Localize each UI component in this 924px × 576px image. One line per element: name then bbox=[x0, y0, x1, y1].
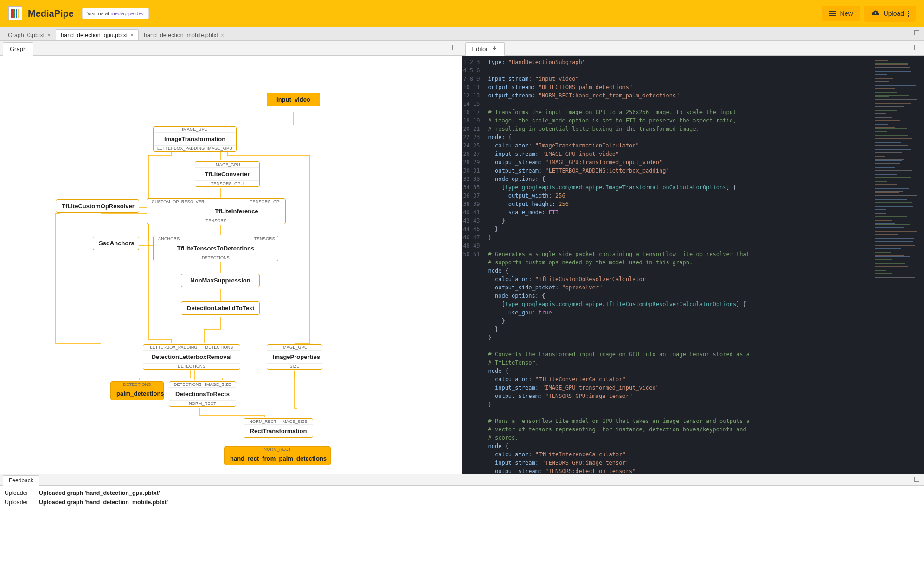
node-non-max-suppression[interactable]: NonMaxSuppression bbox=[181, 274, 260, 287]
maximize-icon[interactable] bbox=[914, 477, 919, 482]
node-title: RectTransformation bbox=[244, 425, 313, 437]
feedback-source: Uploader bbox=[5, 499, 32, 506]
port-label: SIZE bbox=[290, 364, 300, 369]
main-split: Graph bbox=[0, 41, 924, 474]
node-image-transformation[interactable]: IMAGE_GPU ImageTransformation LETTERBOX_… bbox=[153, 126, 237, 152]
port-label: DETECTIONS bbox=[205, 345, 233, 350]
port-label: TENSORS bbox=[254, 237, 275, 241]
node-title: ImageTransformation bbox=[154, 133, 236, 145]
node-detection-label-id[interactable]: DetectionLabelIdToText bbox=[181, 301, 260, 315]
line-gutter: 1 2 3 4 5 6 7 8 9 10 11 12 13 14 15 16 1… bbox=[462, 56, 484, 474]
node-image-properties[interactable]: IMAGE_GPU ImageProperties SIZE bbox=[267, 344, 322, 370]
graph-edges bbox=[0, 56, 462, 474]
code-editor[interactable]: 1 2 3 4 5 6 7 8 9 10 11 12 13 14 15 16 1… bbox=[462, 56, 924, 474]
download-icon[interactable] bbox=[491, 46, 498, 52]
node-tensors-to-detections[interactable]: ANCHORSTENSORS TfLiteTensorsToDetections… bbox=[153, 236, 278, 261]
port-label: TENSORS_GPU bbox=[250, 199, 282, 204]
port-label: LETTERBOX_PADDING bbox=[157, 146, 205, 151]
port-label: IMAGE_SIZE bbox=[282, 419, 308, 424]
graph-tab[interactable]: Graph bbox=[3, 42, 33, 56]
node-tflite-inference[interactable]: CUSTOM_OP_RESOLVERTENSORS_GPU TfLiteInfe… bbox=[147, 198, 286, 224]
node-hand-rect[interactable]: NORM_RECT hand_rect_from_palm_detections bbox=[224, 446, 331, 465]
node-rect-transformation[interactable]: NORM_RECTIMAGE_SIZE RectTransformation bbox=[244, 418, 313, 438]
port-label: NORM_RECT bbox=[189, 401, 216, 406]
feedback-row: Uploader Uploaded graph 'hand_detection_… bbox=[5, 498, 919, 507]
editor-panel: Editor 1 2 3 4 5 6 7 8 9 10 11 12 13 14 … bbox=[462, 41, 924, 474]
node-title: input_video bbox=[267, 93, 320, 106]
port-label: NORM_RECT bbox=[264, 447, 291, 452]
port-label: NORM_RECT bbox=[249, 419, 276, 424]
visit-link-pill[interactable]: Visit us at mediapipe.dev bbox=[82, 8, 149, 19]
node-title: TfLiteTensorsToDetections bbox=[154, 242, 278, 255]
graph-panel-tabs: Graph bbox=[0, 41, 462, 56]
menu-icon bbox=[829, 11, 836, 16]
maximize-icon[interactable] bbox=[914, 45, 919, 50]
node-title: ImageProperties bbox=[267, 351, 322, 363]
port-label: IMAGE_GPU bbox=[282, 345, 307, 350]
editor-panel-tabs: Editor bbox=[462, 41, 924, 56]
file-tab-hand-mobile[interactable]: hand_detection_mobile.pbtxt × bbox=[139, 29, 229, 40]
node-title: TfLiteInference bbox=[147, 205, 285, 218]
code-content[interactable]: type: "HandDetectionSubgraph" input_stre… bbox=[484, 56, 873, 474]
feedback-tab-label: Feedback bbox=[9, 477, 33, 484]
node-title: DetectionLetterboxRemoval bbox=[143, 351, 240, 363]
port-label: IMAGE_SIZE bbox=[205, 382, 231, 387]
feedback-body: Uploader Uploaded graph 'hand_detection_… bbox=[0, 486, 924, 576]
port-label: DETECTIONS bbox=[123, 382, 151, 387]
node-title: TfLiteCustomOpResolver bbox=[56, 200, 139, 212]
app-title: MediaPipe bbox=[28, 8, 74, 19]
port-label: LETTERBOX_PADDING bbox=[150, 345, 197, 350]
node-ssd-anchors[interactable]: SsdAnchors bbox=[93, 237, 139, 250]
port-label: DETECTIONS bbox=[174, 382, 202, 387]
visit-prefix: Visit us at bbox=[87, 11, 111, 16]
maximize-icon[interactable] bbox=[452, 45, 457, 50]
upload-button-label: Upload bbox=[884, 10, 904, 17]
new-button[interactable]: New bbox=[822, 6, 860, 21]
new-button-label: New bbox=[840, 10, 853, 17]
node-title: NonMaxSuppression bbox=[181, 274, 259, 287]
file-tab-bar: Graph_0.pbtxt × hand_detection_gpu.pbtxt… bbox=[0, 27, 924, 41]
port-label: IMAGE_GPU bbox=[214, 162, 240, 167]
maximize-icon[interactable] bbox=[914, 30, 919, 35]
feedback-row: Uploader Uploaded graph 'hand_detection_… bbox=[5, 488, 919, 498]
feedback-message: Uploaded graph 'hand_detection_mobile.pb… bbox=[39, 499, 168, 506]
close-icon[interactable]: × bbox=[47, 32, 51, 38]
node-input-video[interactable]: input_video bbox=[267, 93, 320, 106]
file-tab-label: Graph_0.pbtxt bbox=[8, 32, 45, 38]
close-icon[interactable]: × bbox=[130, 32, 134, 38]
graph-canvas[interactable]: input_video IMAGE_GPU ImageTransformatio… bbox=[0, 56, 462, 474]
node-title: DetectionsToRects bbox=[169, 388, 236, 400]
node-title: TfLiteConverter bbox=[195, 168, 259, 180]
feedback-panel: Feedback Uploader Uploaded graph 'hand_d… bbox=[0, 474, 924, 576]
port-label: IMAGE_GPU bbox=[207, 146, 232, 151]
upload-button[interactable]: Upload bbox=[864, 6, 916, 22]
close-icon[interactable]: × bbox=[221, 32, 224, 38]
node-tflite-converter[interactable]: IMAGE_GPU TfLiteConverter TENSORS_GPU bbox=[195, 161, 260, 187]
graph-panel: Graph bbox=[0, 41, 462, 474]
file-tab-hand-gpu[interactable]: hand_detection_gpu.pbtxt × bbox=[56, 29, 139, 40]
cloud-upload-icon bbox=[871, 10, 880, 18]
node-palm-detections[interactable]: DETECTIONS palm_detections bbox=[110, 381, 164, 400]
feedback-header: Feedback bbox=[0, 474, 924, 486]
feedback-tab[interactable]: Feedback bbox=[3, 475, 39, 486]
node-letterbox-removal[interactable]: LETTERBOX_PADDINGDETECTIONS DetectionLet… bbox=[143, 344, 240, 370]
node-tflite-custom-op[interactable]: TfLiteCustomOpResolver bbox=[56, 199, 139, 213]
node-title: hand_rect_from_palm_detections bbox=[225, 452, 330, 465]
port-label: ANCHORS bbox=[156, 237, 254, 241]
file-tab-label: hand_detection_mobile.pbtxt bbox=[144, 32, 218, 38]
feedback-message: Uploaded graph 'hand_detection_gpu.pbtxt… bbox=[39, 490, 160, 496]
port-label: DETECTIONS bbox=[178, 364, 205, 369]
port-label: DETECTIONS bbox=[202, 256, 230, 260]
file-tab-graph0[interactable]: Graph_0.pbtxt × bbox=[3, 29, 56, 40]
minimap[interactable] bbox=[873, 56, 924, 474]
more-icon bbox=[908, 10, 909, 17]
node-title: palm_detections bbox=[111, 387, 163, 400]
port-label: TENSORS bbox=[206, 218, 227, 223]
visit-link[interactable]: mediapipe.dev bbox=[110, 11, 144, 16]
node-detections-to-rects[interactable]: DETECTIONSIMAGE_SIZE DetectionsToRects N… bbox=[169, 381, 236, 407]
node-title: DetectionLabelIdToText bbox=[181, 302, 259, 314]
node-title: SsdAnchors bbox=[93, 237, 139, 250]
graph-tab-label: Graph bbox=[10, 45, 26, 52]
editor-tab[interactable]: Editor bbox=[465, 42, 505, 56]
app-logo bbox=[8, 6, 22, 20]
